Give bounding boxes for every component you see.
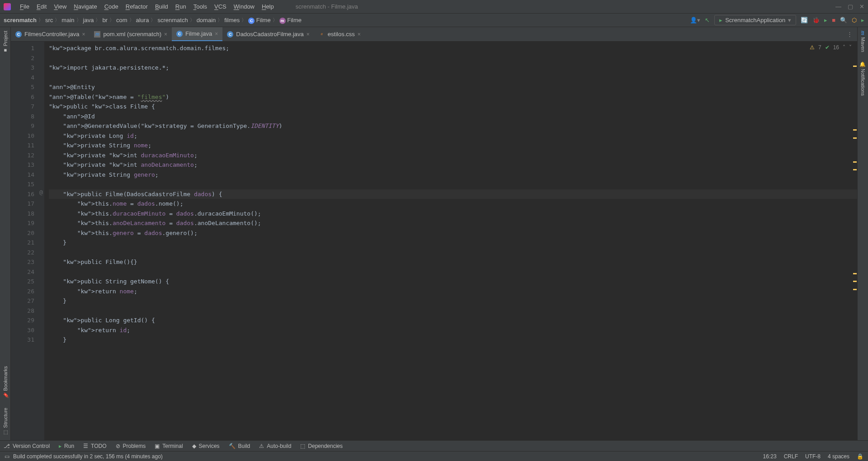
tab-label: DadosCadastroFilme.java	[236, 31, 304, 38]
minimize-icon[interactable]: —	[835, 3, 841, 10]
tab-close-icon[interactable]: ×	[358, 31, 361, 38]
lock-icon[interactable]: 🔒	[857, 453, 863, 460]
crumb-filme[interactable]: C Filme	[248, 17, 270, 24]
crumb-filmes[interactable]: filmes	[224, 17, 240, 24]
crumb-alura[interactable]: alura	[136, 17, 149, 24]
crumb-main[interactable]: main	[61, 17, 74, 24]
ide-update-icon[interactable]: ⬡	[852, 17, 857, 24]
tab-filme-java[interactable]: CFilme.java×	[172, 27, 222, 41]
left-tool-rail: ■Project 🔖Bookmarks ⬚Structure	[0, 27, 11, 440]
menu-vcs[interactable]: VCS	[211, 3, 230, 10]
crumb-screnmatch[interactable]: screnmatch	[4, 17, 37, 24]
tab-close-icon[interactable]: ×	[307, 31, 310, 38]
error-stripe[interactable]	[852, 42, 857, 440]
chevron-right-icon: 〉	[55, 17, 60, 24]
breadcrumb: screnmatch〉src〉main〉java〉br〉com〉alura〉sc…	[4, 17, 302, 24]
chevron-right-icon: 〉	[109, 17, 114, 24]
crumb-br[interactable]: br	[102, 17, 108, 24]
chevron-right-icon: 〉	[151, 17, 156, 24]
right-tool-rail: mMaven 🔔Notifications	[857, 27, 868, 440]
indent-setting[interactable]: 4 spaces	[828, 453, 849, 460]
menu-navigate[interactable]: Navigate	[70, 3, 100, 10]
tab-close-icon[interactable]: ×	[164, 31, 167, 38]
structure-tool[interactable]: ⬚Structure	[2, 408, 8, 436]
search-icon[interactable]: 🔍	[840, 17, 847, 24]
notifications-tool[interactable]: 🔔Notifications	[860, 61, 866, 96]
services-tool[interactable]: ◆Services	[192, 443, 220, 449]
tab-dadoscadastrofilme-java[interactable]: CDadosCadastroFilme.java×	[222, 27, 314, 41]
tab-close-icon[interactable]: ×	[215, 31, 218, 37]
build-tool[interactable]: 🔨Build	[229, 443, 250, 449]
run-config-selector[interactable]: ▸ ScrenmatchApplication ▾	[714, 15, 796, 25]
crumb-src[interactable]: src	[45, 17, 53, 24]
window-title: screnmatch - Filme.java	[296, 3, 358, 10]
problems-tool[interactable]: ⊘Problems	[116, 443, 146, 449]
class-file-icon: C	[227, 31, 233, 38]
chevron-right-icon: 〉	[273, 17, 278, 24]
auto-build-tool[interactable]: ⚠Auto-build	[259, 443, 291, 449]
menu-run[interactable]: Run	[172, 3, 190, 10]
file-encoding[interactable]: UTF-8	[805, 453, 821, 460]
menu-view[interactable]: View	[50, 3, 70, 10]
editor[interactable]: 1234567891011121314151617181920212223242…	[11, 42, 857, 440]
menu-build[interactable]: Build	[151, 3, 172, 10]
tab-filmescontroller-java[interactable]: CFilmesController.java×	[11, 27, 90, 41]
warning-count: 7	[818, 44, 821, 51]
status-message: Build completed successfully in 2 sec, 1…	[13, 453, 163, 460]
editor-tabs: CFilmesController.java×mpom.xml (screnma…	[11, 27, 857, 42]
dependencies-tool[interactable]: ⬚Dependencies	[300, 443, 343, 449]
coverage-icon[interactable]: ▸	[824, 17, 827, 24]
maven-tool[interactable]: mMaven	[860, 31, 866, 52]
run-icon[interactable]: 🔄	[801, 17, 808, 24]
maven-file-icon: m	[94, 31, 100, 38]
crumb-com[interactable]: com	[116, 17, 127, 24]
class-file-icon: C	[176, 31, 183, 37]
app-icon	[4, 3, 11, 10]
menu-refactor[interactable]: Refactor	[122, 3, 151, 10]
todo-tool[interactable]: ☰TODO	[83, 443, 106, 449]
crumb-domain[interactable]: domain	[197, 17, 216, 24]
tab-pom-xml-screnmatch-[interactable]: mpom.xml (screnmatch)×	[90, 27, 172, 41]
crumb-java[interactable]: java	[83, 17, 94, 24]
tab-close-icon[interactable]: ×	[82, 31, 85, 38]
tab-label: FilmesController.java	[24, 31, 79, 38]
chevron-right-icon: 〉	[129, 17, 134, 24]
line-separator[interactable]: CRLF	[784, 453, 798, 460]
menu-file[interactable]: File	[16, 3, 33, 10]
menu-help[interactable]: Help	[258, 3, 278, 10]
gutter: 1234567891011121314151617181920212223242…	[11, 42, 38, 440]
tab-estilos-css[interactable]: #estilos.css×	[314, 27, 365, 41]
nav-bar: screnmatch〉src〉main〉java〉br〉com〉alura〉sc…	[0, 14, 868, 27]
stop-icon[interactable]: ■	[832, 17, 835, 24]
class-file-icon: C	[15, 31, 22, 38]
chevron-right-icon: 〉	[190, 17, 195, 24]
tab-label: pom.xml (screnmatch)	[103, 31, 161, 38]
user-icon[interactable]: 👤▾	[690, 17, 700, 24]
code-area[interactable]: "kw">package br.com.alura.screnmatch.dom…	[44, 42, 857, 440]
menu-edit[interactable]: Edit	[33, 3, 50, 10]
cursor-position[interactable]: 16:23	[763, 453, 777, 460]
project-tool[interactable]: ■Project	[3, 31, 8, 53]
back-arrow-icon[interactable]: ↖	[705, 17, 710, 24]
bottom-tool-bar: ⎇Version Control ▸Run ☰TODO ⊘Problems ▣T…	[0, 440, 868, 451]
run-anything-icon[interactable]: ▸	[861, 17, 864, 24]
terminal-tool[interactable]: ▣Terminal	[155, 443, 183, 449]
warning-icon: ⚠	[810, 44, 815, 51]
bookmarks-tool[interactable]: 🔖Bookmarks	[2, 366, 8, 399]
menu-tools[interactable]: Tools	[190, 3, 211, 10]
tab-options-icon[interactable]: ⋮	[842, 27, 857, 41]
run-tool[interactable]: ▸Run	[59, 443, 74, 449]
close-icon[interactable]: ✕	[859, 3, 864, 10]
css-file-icon: #	[319, 31, 325, 38]
debug-icon[interactable]: 🐞	[812, 17, 820, 24]
inspection-widget[interactable]: ⚠7 ✔16 ˄ ˅	[810, 44, 852, 51]
status-message-icon: ▭	[5, 453, 9, 460]
maximize-icon[interactable]: ▢	[848, 3, 853, 10]
version-control-tool[interactable]: ⎇Version Control	[4, 443, 50, 449]
chevron-right-icon: 〉	[76, 17, 81, 24]
menu-window[interactable]: Window	[230, 3, 258, 10]
menu-code[interactable]: Code	[101, 3, 122, 10]
crumb-filme[interactable]: m Filme	[279, 17, 302, 24]
chevron-up-icon[interactable]: ˄	[843, 44, 845, 51]
crumb-screnmatch[interactable]: screnmatch	[157, 17, 188, 24]
